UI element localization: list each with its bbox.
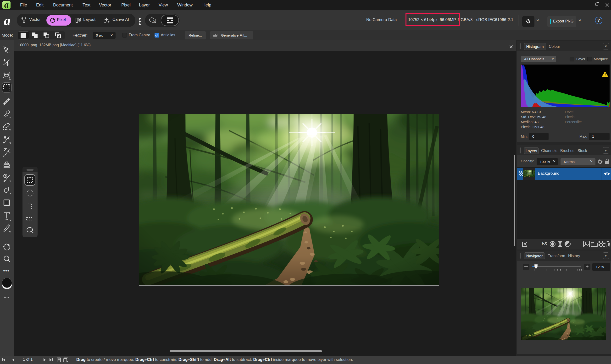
- svg-text:A: A: [153, 19, 155, 23]
